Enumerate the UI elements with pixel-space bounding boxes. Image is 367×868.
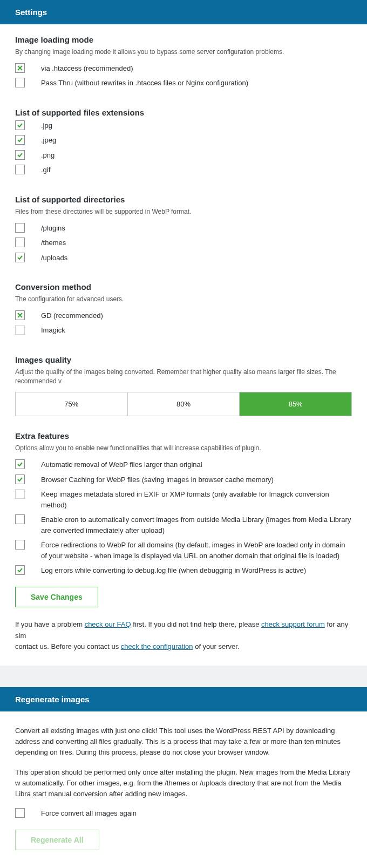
label-metadata: Keep images metadata stored in EXIF or X… [41,489,352,510]
radio-passthru[interactable] [15,78,25,87]
section-gap [0,666,367,687]
checkbox-uploads[interactable] [15,253,25,262]
label-passthru: Pass Thru (without rewrites in .htacces … [41,78,248,89]
section-quality: Images quality Adjust the quality of the… [0,344,367,421]
checkbox-png[interactable] [15,150,25,160]
label-auto-remove: Automatic removal of WebP files larger t… [41,459,202,470]
checkbox-gif[interactable] [15,165,25,174]
label-imagick: Imagick [41,325,65,336]
checkbox-plugins[interactable] [15,223,25,233]
checkbox-jpg[interactable] [15,120,25,130]
radio-imagick [15,325,25,335]
quality-selector: 75% 80% 85% [15,392,352,416]
checkbox-cron[interactable] [15,514,25,524]
directories-title: List of supported directories [15,195,352,204]
link-config[interactable]: check the configuration [121,642,193,650]
label-gd: GD (recommended) [41,310,103,321]
section-extensions: List of supported files extensions .jpg … [0,97,367,184]
settings-header: Settings [0,0,367,24]
help-p1b: first. If you did not find help there, p… [131,620,261,628]
radio-gd[interactable] [15,310,25,320]
help-p1a: If you have a problem [15,620,85,628]
label-force-convert: Force convert all images again [41,808,137,819]
checkbox-log[interactable] [15,565,25,575]
label-png: .png [41,150,55,161]
label-gif: .gif [41,165,50,175]
section-regen-controls: Force convert all images again Regenerat… [0,808,367,862]
quality-85[interactable]: 85% [240,392,351,416]
label-jpeg: .jpeg [41,135,56,146]
help-p2a: contact us. Before you contact us [15,642,121,650]
label-themes: /themes [41,238,66,248]
regenerate-body: Convert all existing images with just on… [0,711,367,799]
label-htaccess: via .htaccess (recommended) [41,63,133,74]
section-conversion: Conversion method The configuration for … [0,272,367,344]
label-log: Log errors while converting to debug.log… [41,565,306,576]
conversion-desc: The configuration for advanced users. [15,295,352,304]
label-plugins: /plugins [41,223,65,234]
extensions-title: List of supported files extensions [15,108,352,117]
regenerate-header: Regenerate images [0,687,367,711]
checkbox-caching[interactable] [15,474,25,484]
regenerate-button[interactable]: Regenerate All [15,830,99,850]
extra-desc: Options allow you to enable new function… [15,444,352,453]
label-cron: Enable cron to automatically convert ima… [41,514,352,535]
checkbox-force-convert[interactable] [15,808,25,818]
checkbox-auto-remove[interactable] [15,459,25,469]
loading-mode-desc: By changing image loading mode it allows… [15,48,352,57]
label-redirect: Force redirections to WebP for all domai… [41,540,352,561]
section-extra: Extra features Options allow you to enab… [0,421,367,619]
section-loading-mode: Image loading mode By changing image loa… [0,24,367,97]
section-directories: List of supported directories Files from… [0,184,367,272]
label-jpg: .jpg [41,120,52,131]
conversion-title: Conversion method [15,282,352,291]
loading-mode-title: Image loading mode [15,35,352,44]
checkbox-redirect[interactable] [15,540,25,550]
radio-htaccess[interactable] [15,63,25,73]
checkbox-jpeg[interactable] [15,135,25,145]
regen-p2: This operation should be performed only … [15,767,352,799]
quality-title: Images quality [15,355,352,364]
quality-80[interactable]: 80% [128,392,240,416]
help-text: If you have a problem check our FAQ firs… [0,619,367,666]
extra-title: Extra features [15,431,352,440]
checkbox-metadata [15,489,25,499]
label-uploads: /uploads [41,253,67,263]
link-faq[interactable]: check our FAQ [85,620,131,628]
help-p2b: of your server. [193,642,240,650]
quality-75[interactable]: 75% [16,392,128,416]
regen-p1: Convert all existing images with just on… [15,725,352,758]
directories-desc: Files from these directories will be sup… [15,207,352,216]
quality-desc: Adjust the quality of the images being c… [15,368,352,386]
checkbox-themes[interactable] [15,238,25,247]
link-forum[interactable]: check support forum [261,620,325,628]
save-button[interactable]: Save Changes [15,587,98,607]
label-caching: Browser Caching for WebP files (saving i… [41,474,274,485]
